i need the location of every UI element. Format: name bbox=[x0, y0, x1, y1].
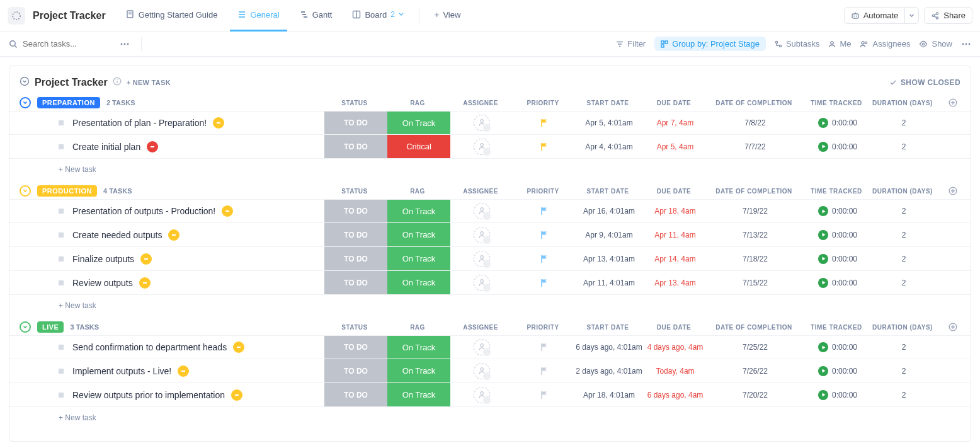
due-date-cell[interactable]: Apr 7, 4am bbox=[643, 118, 707, 127]
table-row[interactable]: Finalize outputs TO DO On Track Apr 13, … bbox=[9, 247, 971, 271]
priority-cell[interactable] bbox=[513, 367, 575, 376]
due-date-cell[interactable]: Apr 11, 4am bbox=[643, 231, 707, 239]
col-duration[interactable]: DURATION (DAYS) bbox=[871, 188, 934, 195]
group-collapse-icon[interactable] bbox=[20, 97, 31, 108]
status-cell[interactable]: TO DO bbox=[324, 383, 387, 406]
completion-cell[interactable]: 7/8/22 bbox=[707, 118, 803, 127]
add-column-button[interactable] bbox=[945, 323, 960, 331]
col-completion[interactable]: DATE OF COMPLETION bbox=[706, 100, 802, 106]
completion-cell[interactable]: 7/26/22 bbox=[707, 367, 803, 376]
table-row[interactable]: Review outputs prior to implementation T… bbox=[9, 383, 971, 407]
col-status[interactable]: STATUS bbox=[323, 100, 386, 106]
share-button[interactable]: Share bbox=[924, 7, 972, 24]
time-tracked-cell[interactable]: 0:00:00 bbox=[803, 278, 872, 288]
assignee-cell[interactable] bbox=[450, 387, 513, 403]
task-title-cell[interactable]: Finalize outputs bbox=[72, 253, 324, 265]
col-start-date[interactable]: START DATE bbox=[574, 188, 642, 195]
col-priority[interactable]: PRIORITY bbox=[512, 100, 574, 106]
assignee-cell[interactable] bbox=[450, 227, 513, 243]
priority-cell[interactable] bbox=[513, 207, 575, 215]
tab-getting-started[interactable]: Getting Started Guide bbox=[118, 0, 225, 32]
col-rag[interactable]: RAG bbox=[386, 188, 449, 195]
start-date-cell[interactable]: Apr 4, 4:01am bbox=[575, 142, 643, 151]
task-title-cell[interactable]: Create needed outputs bbox=[72, 229, 324, 241]
col-due-date[interactable]: DUE DATE bbox=[642, 188, 706, 195]
status-cell[interactable]: TO DO bbox=[324, 336, 387, 359]
group-by-button[interactable]: Group by: Project Stage bbox=[654, 37, 766, 51]
col-rag[interactable]: RAG bbox=[386, 100, 449, 106]
due-date-cell[interactable]: Apr 18, 4am bbox=[643, 207, 707, 215]
col-status[interactable]: STATUS bbox=[323, 188, 386, 195]
table-row[interactable]: Presentation of outputs - Production! TO… bbox=[9, 199, 971, 223]
rag-cell[interactable]: On Track bbox=[387, 200, 450, 222]
add-column-button[interactable] bbox=[945, 98, 960, 107]
col-time-tracked[interactable]: TIME TRACKED bbox=[802, 188, 871, 195]
time-tracked-cell[interactable]: 0:00:00 bbox=[803, 366, 872, 376]
duration-cell[interactable]: 2 bbox=[872, 118, 935, 127]
assignee-cell[interactable] bbox=[450, 275, 513, 291]
priority-cell[interactable] bbox=[513, 142, 575, 151]
time-tracked-cell[interactable]: 0:00:00 bbox=[803, 118, 872, 128]
col-assignee[interactable]: ASSIGNEE bbox=[449, 324, 512, 331]
tab-gantt[interactable]: Gantt bbox=[292, 0, 340, 32]
col-assignee[interactable]: ASSIGNEE bbox=[449, 100, 512, 106]
task-title-cell[interactable]: Review outputs prior to implementation bbox=[72, 389, 324, 401]
more-icon[interactable] bbox=[120, 39, 130, 49]
new-task-row-button[interactable]: + New task bbox=[9, 159, 971, 176]
completion-cell[interactable]: 7/18/22 bbox=[707, 255, 803, 263]
status-cell[interactable]: TO DO bbox=[324, 135, 387, 158]
tab-general[interactable]: General bbox=[230, 0, 287, 32]
table-row[interactable]: Send confirmation to department heads TO… bbox=[9, 335, 971, 359]
duration-cell[interactable]: 2 bbox=[872, 231, 935, 239]
completion-cell[interactable]: 7/13/22 bbox=[707, 231, 803, 239]
task-title-cell[interactable]: Presentation of plan - Preparation! bbox=[72, 117, 324, 129]
col-time-tracked[interactable]: TIME TRACKED bbox=[802, 324, 871, 331]
due-date-cell[interactable]: Apr 5, 4am bbox=[643, 142, 707, 151]
time-tracked-cell[interactable]: 0:00:00 bbox=[803, 390, 872, 400]
col-completion[interactable]: DATE OF COMPLETION bbox=[706, 324, 802, 331]
rag-cell[interactable]: On Track bbox=[387, 336, 450, 359]
assignee-cell[interactable] bbox=[450, 115, 513, 131]
duration-cell[interactable]: 2 bbox=[872, 142, 935, 151]
start-date-cell[interactable]: Apr 16, 4:01am bbox=[575, 207, 643, 215]
rag-cell[interactable]: On Track bbox=[387, 112, 450, 134]
group-collapse-icon[interactable] bbox=[20, 321, 31, 333]
task-title-cell[interactable]: Create initial plan bbox=[72, 141, 324, 152]
assignee-cell[interactable] bbox=[450, 363, 513, 379]
completion-cell[interactable]: 7/20/22 bbox=[707, 391, 803, 399]
show-button[interactable]: Show bbox=[919, 39, 952, 49]
status-cell[interactable]: TO DO bbox=[324, 200, 387, 222]
completion-cell[interactable]: 7/15/22 bbox=[707, 279, 803, 287]
group-stage-pill[interactable]: LIVE bbox=[37, 321, 64, 333]
rag-cell[interactable]: Critical bbox=[387, 135, 450, 158]
info-icon[interactable] bbox=[113, 77, 122, 88]
table-row[interactable]: Create initial plan TO DO Critical Apr 4… bbox=[9, 135, 971, 159]
collapse-icon[interactable] bbox=[20, 76, 30, 88]
priority-cell[interactable] bbox=[513, 343, 575, 352]
priority-cell[interactable] bbox=[513, 279, 575, 287]
subtasks-button[interactable]: Subtasks bbox=[775, 39, 819, 49]
tab-board[interactable]: Board 2 bbox=[345, 0, 411, 32]
duration-cell[interactable]: 2 bbox=[872, 391, 935, 399]
assignee-cell[interactable] bbox=[450, 251, 513, 267]
task-title-cell[interactable]: Review outputs bbox=[72, 277, 324, 289]
task-title-cell[interactable]: Send confirmation to department heads bbox=[72, 342, 324, 353]
col-due-date[interactable]: DUE DATE bbox=[642, 100, 706, 106]
col-priority[interactable]: PRIORITY bbox=[512, 324, 574, 331]
assignee-cell[interactable] bbox=[450, 203, 513, 219]
start-date-cell[interactable]: 2 days ago, 4:01am bbox=[575, 367, 643, 376]
status-cell[interactable]: TO DO bbox=[324, 247, 387, 270]
priority-cell[interactable] bbox=[513, 391, 575, 399]
completion-cell[interactable]: 7/19/22 bbox=[707, 207, 803, 215]
task-title-cell[interactable]: Presentation of outputs - Production! bbox=[72, 205, 324, 217]
new-task-row-button[interactable]: + New task bbox=[9, 295, 971, 313]
duration-cell[interactable]: 2 bbox=[872, 279, 935, 287]
time-tracked-cell[interactable]: 0:00:00 bbox=[803, 342, 872, 352]
rag-cell[interactable]: On Track bbox=[387, 223, 450, 246]
status-cell[interactable]: TO DO bbox=[324, 271, 387, 294]
col-priority[interactable]: PRIORITY bbox=[512, 188, 574, 195]
start-date-cell[interactable]: Apr 18, 4:01am bbox=[575, 391, 643, 399]
table-row[interactable]: Review outputs TO DO On Track Apr 11, 4:… bbox=[9, 271, 971, 295]
completion-cell[interactable]: 7/25/22 bbox=[707, 343, 803, 352]
group-stage-pill[interactable]: PREPARATION bbox=[37, 97, 100, 108]
